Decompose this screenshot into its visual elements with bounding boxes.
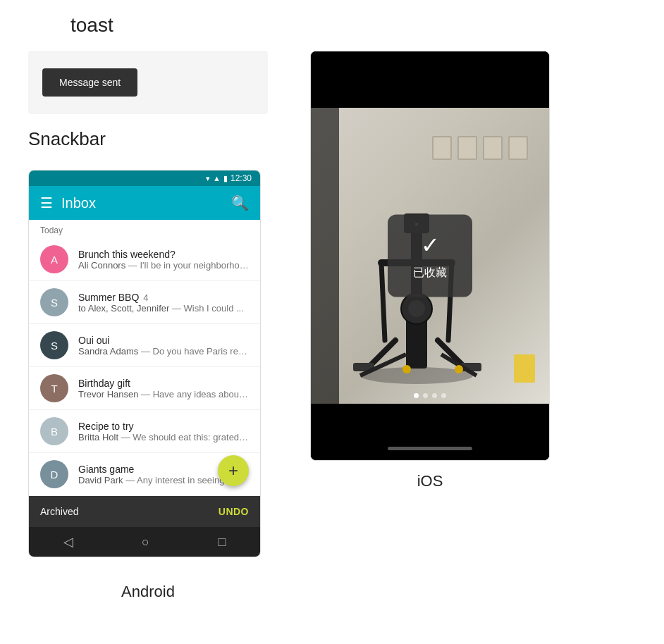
snackbar-text: Archived bbox=[40, 506, 78, 517]
avatar-5: B bbox=[40, 417, 68, 445]
email-subject-row-4: Birthday gift bbox=[78, 378, 249, 389]
dot-2 bbox=[423, 393, 428, 398]
email-subject-row-2: Summer BBQ 4 bbox=[78, 292, 249, 303]
frame-2 bbox=[457, 136, 477, 160]
android-phone: ▾ ▲ ▮ 12:30 ☰ Inbox 🔍 Today bbox=[28, 170, 261, 557]
svg-line-10 bbox=[381, 263, 385, 340]
avatar-1: A bbox=[40, 245, 68, 273]
app-bar: ☰ Inbox 🔍 bbox=[29, 186, 260, 220]
wifi-icon: ▾ bbox=[206, 174, 210, 183]
email-preview-2: to Alex, Scott, Jennifer — Wish I could … bbox=[78, 303, 249, 314]
avatar-4: T bbox=[40, 374, 68, 402]
hamburger-icon[interactable]: ☰ bbox=[40, 194, 53, 211]
ios-top-area bbox=[311, 51, 549, 108]
recents-button[interactable]: □ bbox=[218, 535, 226, 550]
snackbar-bar: Archived UNDO bbox=[29, 496, 260, 527]
avatar-6: D bbox=[40, 460, 68, 488]
android-nav: ◁ ○ □ bbox=[29, 527, 260, 557]
left-column: Message sent Snackbar ▾ ▲ ▮ 12:30 ☰ Inbo… bbox=[28, 51, 268, 601]
svg-point-17 bbox=[455, 365, 463, 373]
dot-4 bbox=[441, 393, 446, 398]
ios-bottom-area bbox=[311, 404, 549, 460]
page-dots bbox=[311, 393, 549, 398]
email-item-4[interactable]: T Birthday gift Trevor Hansen — Have any… bbox=[29, 367, 260, 410]
email-preview-4: Trevor Hansen — Have any ideas about ... bbox=[78, 389, 249, 400]
app-bar-title: Inbox bbox=[61, 195, 96, 211]
email-subject-3: Oui oui bbox=[78, 335, 109, 346]
home-button[interactable]: ○ bbox=[142, 535, 149, 550]
email-subject-1: Brunch this weekend? bbox=[78, 249, 176, 260]
email-preview-3: Sandra Adams — Do you have Paris reco... bbox=[78, 346, 249, 357]
today-label: Today bbox=[29, 220, 260, 238]
email-subject-row-5: Recipe to try bbox=[78, 421, 249, 432]
snackbar-undo-button[interactable]: UNDO bbox=[219, 506, 249, 517]
avatar-2: S bbox=[40, 288, 68, 316]
email-subject-row-1: Brunch this weekend? bbox=[78, 249, 249, 260]
dot-3 bbox=[432, 393, 437, 398]
fab-button[interactable]: + bbox=[218, 455, 249, 486]
ios-phone: ● ✓ 已收藏 bbox=[310, 51, 550, 461]
dot-1 bbox=[414, 393, 419, 398]
status-icons: ▾ ▲ ▮ 12:30 bbox=[206, 173, 252, 183]
email-item-2[interactable]: S Summer BBQ 4 to Alex, Scott, Jennifer … bbox=[29, 281, 260, 324]
ios-home-indicator bbox=[388, 447, 472, 450]
email-subject-5: Recipe to try bbox=[78, 421, 134, 432]
email-content-2: Summer BBQ 4 to Alex, Scott, Jennifer — … bbox=[78, 292, 249, 314]
bookmark-check-icon: ✓ bbox=[421, 232, 440, 259]
page-title: toast bbox=[70, 14, 636, 37]
frame-4 bbox=[508, 136, 528, 160]
email-subject-2: Summer BBQ bbox=[78, 292, 139, 303]
ios-image-area: ● ✓ 已收藏 bbox=[311, 108, 549, 404]
email-content-5: Recipe to try Britta Holt — We should ea… bbox=[78, 421, 249, 442]
wall-frames bbox=[432, 136, 528, 160]
bookmark-text: 已收藏 bbox=[413, 266, 447, 280]
frame-3 bbox=[483, 136, 503, 160]
email-count-2: 4 bbox=[143, 292, 148, 303]
toast-pill: Message sent bbox=[42, 68, 137, 97]
email-preview-1: Ali Connors — I'll be in your neighborho… bbox=[78, 260, 249, 271]
search-icon[interactable]: 🔍 bbox=[231, 194, 249, 211]
toast-section: Message sent bbox=[28, 51, 268, 114]
ios-left-curtain bbox=[311, 108, 339, 404]
email-subject-6: Giants game bbox=[78, 464, 134, 475]
back-button[interactable]: ◁ bbox=[63, 534, 73, 550]
avatar-3: S bbox=[40, 331, 68, 359]
svg-point-15 bbox=[408, 300, 425, 317]
android-label: Android bbox=[28, 583, 268, 601]
right-column: ● ✓ 已收藏 bbox=[310, 51, 550, 490]
ios-label: iOS bbox=[310, 472, 550, 490]
status-bar: ▾ ▲ ▮ 12:30 bbox=[29, 171, 260, 186]
email-subject-row-3: Oui oui bbox=[78, 335, 249, 346]
app-bar-left: ☰ Inbox bbox=[40, 194, 96, 211]
email-item-3[interactable]: S Oui oui Sandra Adams — Do you have Par… bbox=[29, 324, 260, 367]
signal-icon: ▲ bbox=[213, 174, 221, 182]
email-subject-4: Birthday gift bbox=[78, 378, 130, 389]
product-image: ● ✓ 已收藏 bbox=[311, 108, 549, 404]
status-time: 12:30 bbox=[230, 173, 252, 183]
email-item-1[interactable]: A Brunch this weekend? Ali Connors — I'l… bbox=[29, 238, 260, 281]
snackbar-section-label: Snackbar bbox=[28, 128, 268, 150]
battery-icon: ▮ bbox=[223, 174, 228, 183]
email-content-4: Birthday gift Trevor Hansen — Have any i… bbox=[78, 378, 249, 400]
yellow-stool bbox=[514, 354, 535, 383]
bookmark-overlay: ✓ 已收藏 bbox=[388, 215, 472, 297]
email-item-5[interactable]: B Recipe to try Britta Holt — We should … bbox=[29, 410, 260, 453]
email-content-3: Oui oui Sandra Adams — Do you have Paris… bbox=[78, 335, 249, 357]
frame-1 bbox=[432, 136, 452, 160]
email-content-1: Brunch this weekend? Ali Connors — I'll … bbox=[78, 249, 249, 271]
email-list: Today A Brunch this weekend? Ali Connors… bbox=[29, 220, 260, 496]
email-preview-5: Britta Holt — We should eat this: grated… bbox=[78, 432, 249, 442]
svg-point-16 bbox=[402, 365, 411, 373]
